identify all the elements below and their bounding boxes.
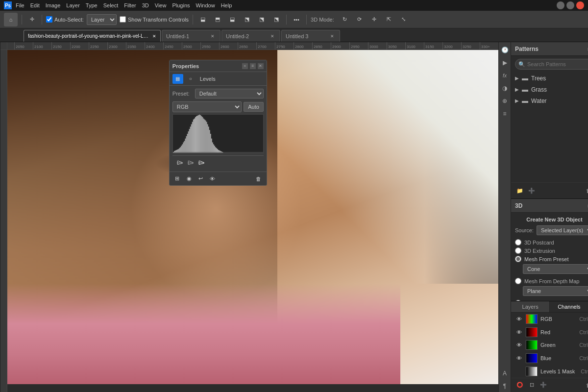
align-bottom-btn[interactable]: ⬔ xyxy=(270,14,282,25)
panel-header[interactable]: Properties « ≡ ✕ xyxy=(170,60,267,72)
delete-channel-btn[interactable]: 🗑 xyxy=(584,380,588,390)
channel-rgb[interactable]: 👁 RGB Ctrl+2 xyxy=(511,313,588,326)
pattern-group-grass[interactable]: ▶ ▬ Grass xyxy=(511,84,588,95)
tab-main-document[interactable]: fashion-beauty-portrait-of-young-woman-i… xyxy=(24,30,161,42)
menu-view[interactable]: View xyxy=(155,2,167,8)
menu-image[interactable]: Image xyxy=(46,2,61,8)
source-select[interactable]: Selected Layer(s) xyxy=(537,225,588,235)
pattern-group-water[interactable]: ▶ ▬ Water xyxy=(511,95,588,106)
svg-rect-9 xyxy=(182,144,183,153)
adjustments-panel-btn[interactable]: ◑ xyxy=(499,82,511,94)
masks-panel-btn[interactable]: ⊕ xyxy=(499,95,511,107)
fx-panel-btn[interactable]: fx xyxy=(499,70,511,81)
save-selection-btn[interactable]: ⊡ xyxy=(527,380,537,390)
tab-untitled2[interactable]: Untitled-2 ✕ xyxy=(221,30,280,42)
move-tool-options[interactable]: ✛ xyxy=(26,14,38,25)
layers-tab[interactable]: Layers xyxy=(511,301,550,312)
mesh-preset-select[interactable]: Cone Cube Sphere xyxy=(523,264,588,274)
delete-adjustment-btn[interactable]: 🗑 xyxy=(254,174,264,184)
channel-green[interactable]: 👁 Green Ctrl+4 xyxy=(511,339,588,352)
green-visibility-btn[interactable]: 👁 xyxy=(515,341,523,349)
mask-visibility-btn[interactable]: 👁 xyxy=(515,368,523,375)
align-top-btn[interactable]: ⬔ xyxy=(241,14,253,25)
auto-select-checkbox[interactable] xyxy=(46,16,52,23)
channels-tab[interactable]: Channels xyxy=(550,301,588,312)
menu-select[interactable]: Select xyxy=(103,2,119,8)
menu-edit[interactable]: Edit xyxy=(30,2,40,8)
menu-help[interactable]: Help xyxy=(221,2,232,8)
channel-blue[interactable]: 👁 Blue Ctrl+5 xyxy=(511,352,588,365)
blue-visibility-btn[interactable]: 👁 xyxy=(515,354,523,362)
new-channel-btn[interactable]: ➕ xyxy=(539,380,548,390)
panel-collapse-btn[interactable]: « xyxy=(242,63,248,69)
actions-panel-btn[interactable]: ▶ xyxy=(499,57,511,69)
panel-menu-btn[interactable]: ≡ xyxy=(250,63,256,69)
3d-rotate-btn[interactable]: ↻ xyxy=(339,14,351,25)
home-button[interactable]: ⌂ xyxy=(4,13,18,26)
preset-select[interactable]: Default Custom xyxy=(195,89,264,98)
3d-postcard-option[interactable]: 3D Postcard xyxy=(515,239,588,245)
patterns-panel-menu[interactable]: ≡ xyxy=(584,44,588,54)
menu-window[interactable]: Window xyxy=(196,2,215,8)
close-button[interactable]: ✕ xyxy=(576,1,584,9)
history-panel-btn[interactable]: 🕐 xyxy=(499,44,511,56)
align-right-btn[interactable]: ⬓ xyxy=(226,14,238,25)
menu-file[interactable]: File xyxy=(16,2,24,8)
pattern-group-trees[interactable]: ▶ ▬ Trees xyxy=(511,73,588,84)
auto-select-dropdown[interactable]: Layer Group xyxy=(87,14,117,25)
mesh-from-depth-option[interactable]: Mesh From Depth Map xyxy=(515,278,588,284)
menu-filter[interactable]: Filter xyxy=(124,2,136,8)
channel-select[interactable]: RGB Red Green Blue xyxy=(172,101,242,112)
visibility-btn[interactable]: ◉ xyxy=(184,174,194,184)
char-panel-btn[interactable]: ¶ xyxy=(499,380,511,392)
histogram-view-btn[interactable]: ▦ xyxy=(172,74,183,84)
close-tab-untitled1[interactable]: ✕ xyxy=(209,33,216,40)
align-left-btn[interactable]: ⬓ xyxy=(197,14,209,25)
menu-layer[interactable]: Layer xyxy=(66,2,80,8)
3d-scale-btn[interactable]: ⤡ xyxy=(398,14,410,25)
3d-pan-btn[interactable]: ✛ xyxy=(368,14,380,25)
new-pattern-btn[interactable]: ➕ xyxy=(527,186,537,196)
align-center-v-btn[interactable]: ⬔ xyxy=(256,14,268,25)
black-point-eyedropper[interactable]: ⌲ xyxy=(175,158,184,167)
maximize-button[interactable]: □ xyxy=(566,1,574,9)
more-options-btn[interactable]: ••• xyxy=(291,14,302,25)
mask-view-btn[interactable]: ○ xyxy=(185,74,196,84)
channel-mask[interactable]: 👁 Levels 1 Mask Ctrl+\ xyxy=(511,365,588,378)
close-tab-untitled3[interactable]: ✕ xyxy=(329,33,336,40)
gray-point-eyedropper[interactable]: ⌲ xyxy=(186,158,195,167)
panel-close-btn[interactable]: ✕ xyxy=(258,63,264,69)
3d-panel-menu[interactable]: ≡ xyxy=(584,201,588,211)
red-visibility-btn[interactable]: 👁 xyxy=(515,328,523,336)
delete-pattern-btn[interactable]: 🗑 xyxy=(584,186,588,196)
patterns-search-input[interactable] xyxy=(515,59,588,70)
3d-roll-btn[interactable]: ⟳ xyxy=(354,14,366,25)
rgb-visibility-btn[interactable]: 👁 xyxy=(515,315,523,323)
preview-btn[interactable]: 👁 xyxy=(208,174,218,184)
new-pattern-folder-btn[interactable]: 📁 xyxy=(515,186,525,196)
auto-btn[interactable]: Auto xyxy=(244,102,264,112)
tab-untitled3[interactable]: Untitled 3 ✕ xyxy=(281,30,340,42)
3d-extrusion-option[interactable]: 3D Extrusion xyxy=(515,247,588,254)
mesh-from-preset-option[interactable]: Mesh From Preset xyxy=(515,256,588,262)
canvas[interactable]: Properties « ≡ ✕ ▦ ○ Levels xyxy=(7,50,498,384)
svg-rect-7 xyxy=(180,147,181,153)
align-panel-btn[interactable]: ≡ xyxy=(499,108,511,120)
depth-map-select[interactable]: Plane xyxy=(523,286,588,296)
reset-btn[interactable]: ↩ xyxy=(196,174,206,184)
3d-slide-btn[interactable]: ⇱ xyxy=(383,14,395,25)
load-selection-btn[interactable]: ⭕ xyxy=(515,380,525,390)
close-tab-untitled2[interactable]: ✕ xyxy=(269,33,276,40)
align-center-h-btn[interactable]: ⬒ xyxy=(212,14,223,25)
libraries-panel-btn[interactable]: A xyxy=(499,368,511,379)
tab-untitled1[interactable]: Untitled-1 ✕ xyxy=(162,30,220,42)
add-to-selection-btn[interactable]: ⊞ xyxy=(172,174,182,184)
close-tab-main[interactable]: ✕ xyxy=(152,33,156,40)
menu-type[interactable]: Type xyxy=(86,2,98,8)
white-point-eyedropper[interactable]: ⌲ xyxy=(197,158,206,167)
transform-controls-checkbox[interactable] xyxy=(120,16,126,23)
menu-3d[interactable]: 3D xyxy=(142,2,149,8)
minimize-button[interactable]: — xyxy=(557,1,564,9)
channel-red[interactable]: 👁 Red Ctrl+3 xyxy=(511,325,588,339)
menu-plugins[interactable]: Plugins xyxy=(172,2,190,8)
